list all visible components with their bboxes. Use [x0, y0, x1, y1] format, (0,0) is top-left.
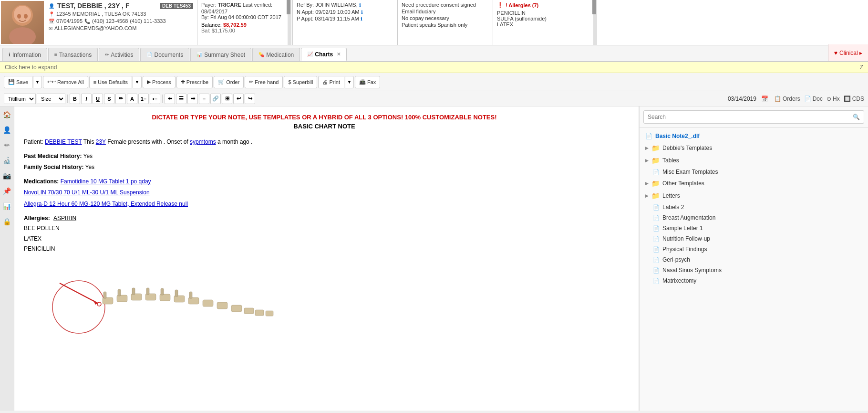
calendar-icon[interactable]: 📅	[761, 95, 768, 102]
fsh-label: Family Social History:	[24, 164, 83, 170]
sidebar-item-nasal-sinus[interactable]: 📄 Nasal Sinus Symptoms	[640, 265, 868, 275]
editor-content: DICTATE OR TYPE YOUR NOTE, USE TEMPLATES…	[24, 114, 625, 336]
tab-charts-icon: 📈	[307, 52, 313, 57]
underline-button[interactable]: U	[93, 94, 103, 104]
sidebar-item-basic-note[interactable]: 📄 Basic Note2_.dlf	[640, 130, 868, 142]
cds-action[interactable]: 🔲 CDS	[844, 95, 864, 102]
redo-button[interactable]: ↪	[245, 94, 255, 104]
tab-charts[interactable]: 📈 Charts ✕	[301, 48, 347, 61]
size-selector[interactable]: Size	[37, 94, 65, 104]
patient-notes-section: Need procedure consent signed Email fidu…	[398, 0, 493, 45]
medication-3[interactable]: Allegra-D 12 Hour 60 MG-120 MG Tablet, E…	[24, 199, 625, 210]
sidebar-item-physical-findings[interactable]: 📄 Physical Findings	[640, 244, 868, 254]
tables-label: Tables	[662, 157, 679, 164]
nasal-sinus-label: Nasal Sinus Symptoms	[662, 267, 722, 274]
tab-clinical[interactable]: ♥ Clinical ▸	[828, 44, 868, 61]
prescribe-button[interactable]: ✚ Prescribe	[176, 76, 213, 88]
unordered-list-button[interactable]: •≡	[150, 94, 160, 104]
geri-psych-label: Geri-psych	[662, 256, 690, 263]
strikethrough-button[interactable]: S	[104, 94, 114, 104]
allergy-aspirin[interactable]: ASPIRIN	[53, 215, 76, 222]
free-hand-button[interactable]: ✏ Free hand	[245, 76, 283, 88]
align-left-button[interactable]: ⬅	[165, 94, 175, 104]
fax-button[interactable]: 📠 Fax	[355, 76, 380, 88]
tab-activities[interactable]: ✏ Activities	[99, 48, 139, 61]
save-dropdown-arrow[interactable]: ▼	[33, 76, 42, 88]
sidebar-folder-tables[interactable]: ▶ 📁 Tables	[640, 154, 868, 167]
lock-icon[interactable]: 🔒	[1, 216, 13, 227]
cds-icon: 🔲	[844, 95, 851, 102]
profile-icon[interactable]: 👤	[1, 124, 13, 136]
lab-icon[interactable]: 🔬	[1, 155, 13, 166]
align-right-button[interactable]: ➡	[187, 94, 198, 104]
patient-name-link[interactable]: DEBBIE TEST	[45, 138, 82, 145]
clinical-tab-label: Clinical ▸	[839, 50, 862, 56]
sidebar-item-geri-psych[interactable]: 📄 Geri-psych	[640, 254, 868, 265]
italic-button[interactable]: I	[81, 94, 92, 104]
sidebar-folder-other-templates[interactable]: ▶ 📁 Other Templates	[640, 177, 868, 190]
allergy-list: PENICILLIN SULFA (sulfonamide) LATEX	[497, 10, 594, 27]
use-defaults-button[interactable]: ≡ Use Defaults	[89, 76, 132, 88]
folder-icon-3: 📁	[651, 180, 660, 187]
patient-name-row: 👤 TEST, DEBBIE , 23Y , F DEB TES453	[49, 2, 193, 10]
bold-button[interactable]: B	[70, 94, 80, 104]
process-button[interactable]: ▶ Process	[143, 76, 176, 88]
tab-information-icon: ℹ	[9, 52, 10, 57]
expand-bar[interactable]: Click here to expand Z	[0, 62, 868, 73]
chart-icon[interactable]: 📊	[1, 201, 13, 212]
search-input[interactable]	[648, 114, 853, 120]
sidebar-item-labels-2[interactable]: 📄 Labels 2	[640, 202, 868, 212]
sidebar-item-matrixectomy[interactable]: 📄 Matrixectomy	[640, 275, 868, 286]
tab-transactions[interactable]: ≡ Transactions	[48, 48, 98, 61]
home-icon[interactable]: 🏠	[1, 109, 13, 120]
sidebar-item-breast-augmentation[interactable]: 📄 Breast Augmentation	[640, 212, 868, 223]
misc-exam-label: Misc Exam Templates	[662, 169, 718, 175]
sidebar-folder-letters[interactable]: ▶ 📁 Letters	[640, 190, 868, 202]
align-center-button[interactable]: ☰	[176, 94, 186, 104]
sidebar-item-nutrition[interactable]: 📄 Nutrition Follow-up	[640, 233, 868, 244]
hx-action[interactable]: ⊙ Hx	[827, 95, 840, 102]
header-actions: 📋 Orders 📄 Doc ⊙ Hx 🔲 CDS	[774, 95, 864, 102]
print-dropdown-arrow[interactable]: ▼	[345, 76, 354, 88]
color-button[interactable]: A	[127, 94, 137, 104]
svg-rect-17	[255, 310, 264, 316]
medication-1[interactable]: Famotidine 10 MG Tablet 1 po qday	[61, 178, 151, 185]
chevron-right-icon-1: ▶	[645, 146, 649, 150]
superbill-button[interactable]: $ Superbill	[284, 76, 317, 88]
patient-address: 12345 MEMORIAL , TULSA OK 74133	[56, 11, 146, 17]
camera-icon[interactable]: 📷	[1, 170, 13, 181]
presents-with: presents with . Onset of	[128, 138, 190, 145]
print-button[interactable]: 🖨 Print	[318, 76, 344, 88]
doc-icon-matrixectomy: 📄	[653, 278, 660, 284]
format-sep-1	[67, 95, 68, 103]
sidebar-item-sample-letter[interactable]: 📄 Sample Letter 1	[640, 223, 868, 233]
tab-summary-label: Summary Sheet	[204, 52, 245, 58]
undo-button[interactable]: ↩	[233, 94, 244, 104]
sidebar-item-misc-exam[interactable]: 📄 Misc Exam Templates	[640, 167, 868, 177]
tab-medication-label: Medication	[266, 52, 294, 58]
tab-information[interactable]: ℹ Information	[2, 48, 47, 61]
ordered-list-button[interactable]: 1≡	[138, 94, 149, 104]
use-defaults-dropdown-arrow[interactable]: ▼	[133, 76, 142, 88]
link-button[interactable]: 🔗	[210, 94, 221, 104]
font-selector[interactable]: Titillium	[4, 94, 36, 104]
tab-summary-sheet[interactable]: 📊 Summary Sheet	[190, 48, 251, 61]
save-button[interactable]: 💾 Save	[4, 76, 32, 88]
table-button[interactable]: ⊞	[222, 94, 232, 104]
doc-action[interactable]: 📄 Doc	[804, 95, 823, 102]
tab-documents[interactable]: 📄 Documents	[140, 48, 189, 61]
highlight-button[interactable]: ✏	[115, 94, 126, 104]
sidebar-folder-debbies-templates[interactable]: ▶ 📁 Debbie's Templates	[640, 142, 868, 154]
symptoms-link[interactable]: sypmtoms	[190, 138, 216, 145]
editor-area[interactable]: DICTATE OR TYPE YOUR NOTE, USE TEMPLATES…	[14, 106, 639, 411]
justify-button[interactable]: ≡	[199, 94, 209, 104]
orders-action[interactable]: 📋 Orders	[774, 95, 800, 102]
allergy-item-3: LATEX	[497, 21, 594, 27]
medication-2[interactable]: NovoLIN 70/30 70 U/1 ML-30 U/1 ML Suspen…	[24, 188, 625, 198]
order-button[interactable]: 🛒 Order	[214, 76, 244, 88]
tab-medication[interactable]: 💊 Medication	[252, 48, 300, 61]
remove-all-button[interactable]: ↩↩ Remove All	[43, 76, 88, 88]
edit-icon[interactable]: ✏	[1, 139, 13, 151]
tab-charts-close[interactable]: ✕	[337, 52, 341, 57]
pin-icon[interactable]: 📌	[1, 185, 13, 197]
